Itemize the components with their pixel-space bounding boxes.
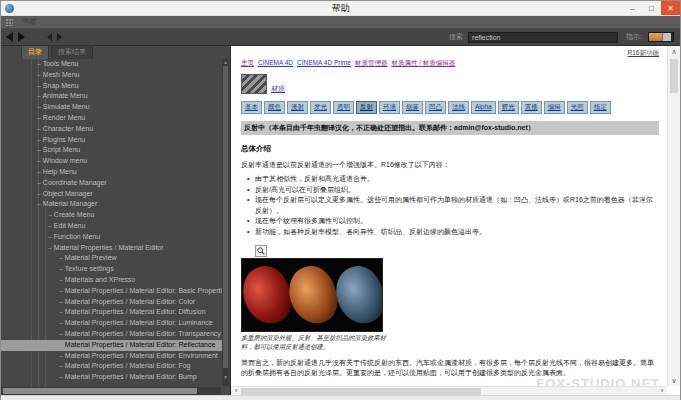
image-zoom-button[interactable] bbox=[255, 245, 267, 257]
forward-icon bbox=[18, 32, 25, 42]
tree-item[interactable]: Help Menu bbox=[1, 167, 222, 178]
tree-item[interactable]: Character Menu bbox=[1, 124, 222, 135]
channel-tab-link[interactable]: 光照 bbox=[567, 101, 588, 114]
tree-item[interactable]: Edit Menu bbox=[1, 221, 222, 232]
channel-tab-link[interactable]: 发光 bbox=[310, 101, 331, 114]
blue-car-shell bbox=[329, 260, 383, 329]
tab-contents[interactable]: 目录 bbox=[21, 45, 49, 59]
tree-item[interactable]: Material Manager bbox=[1, 199, 222, 210]
tree-item[interactable]: Simulate Menu bbox=[1, 102, 222, 113]
tree-item[interactable]: Object Manager bbox=[1, 189, 222, 200]
tree-item[interactable]: Snap Menu bbox=[1, 81, 222, 92]
material-link[interactable]: 材质 bbox=[271, 84, 285, 94]
close-button[interactable]: ✕ bbox=[661, 1, 680, 15]
search-label: 搜索: bbox=[449, 32, 465, 42]
sidebar-horizontal-scrollbar[interactable] bbox=[1, 387, 221, 395]
highlight-toggle[interactable] bbox=[648, 32, 674, 42]
tree-item[interactable]: Window menu bbox=[1, 156, 222, 167]
content-vertical-scrollbar[interactable]: ∧ ∨ bbox=[667, 46, 680, 386]
channel-tab-link[interactable]: 法线 bbox=[448, 101, 469, 114]
content-pane: FOX-STUDIO.NET R16新功能 主页CINEMA 4DCINEMA … bbox=[231, 46, 680, 395]
channel-tab-link[interactable]: 环境 bbox=[379, 101, 400, 114]
breadcrumb-link[interactable]: 主页 bbox=[241, 59, 254, 66]
scrollbar-thumb[interactable] bbox=[241, 388, 481, 395]
scroll-up-icon[interactable]: ▲ bbox=[222, 59, 229, 65]
tree-item[interactable]: Materials and XPresso bbox=[1, 275, 222, 286]
tree-item[interactable]: Material Properties / Material Editor: D… bbox=[1, 307, 222, 318]
car-paint-render-image[interactable] bbox=[241, 258, 383, 332]
channel-tab-link[interactable]: 凹凸 bbox=[425, 101, 446, 114]
scroll-down-icon[interactable]: ▼ bbox=[222, 374, 229, 380]
breadcrumb-link[interactable]: 材质属性 / 材质编辑器 bbox=[391, 59, 455, 66]
forward-button[interactable] bbox=[18, 32, 25, 42]
magnifier-icon bbox=[257, 247, 265, 255]
tree-item[interactable]: Material Properties / Material Editor: C… bbox=[1, 297, 222, 308]
tree-item[interactable]: Texture settings bbox=[1, 264, 222, 275]
channel-tab-link[interactable]: 透明 bbox=[333, 101, 354, 114]
feature-list-item: 反射/高光可以在可折叠层组织。 bbox=[241, 185, 659, 196]
channel-tab-link[interactable]: 编辑 bbox=[544, 101, 565, 114]
sidebar-vertical-scrollbar[interactable]: ▲ ▼ bbox=[222, 59, 229, 386]
back-button[interactable] bbox=[6, 32, 13, 42]
search-input[interactable] bbox=[468, 32, 618, 43]
prev-page-button[interactable] bbox=[47, 33, 52, 41]
tree-item[interactable]: Material Properties / Material Editor: R… bbox=[1, 340, 222, 351]
tree-item[interactable]: Create Menu bbox=[1, 210, 222, 221]
material-thumbnail-icon[interactable] bbox=[241, 74, 267, 94]
tree-item[interactable]: Tools Menu bbox=[1, 59, 222, 70]
window-title: 帮助 bbox=[1, 2, 680, 15]
tree-item[interactable]: Render Menu bbox=[1, 113, 222, 124]
menu-bookmarks[interactable]: 书签 bbox=[18, 17, 41, 27]
scroll-up-icon[interactable]: ∧ bbox=[668, 46, 680, 57]
channel-tab-link[interactable]: 颜色 bbox=[264, 101, 285, 114]
channel-tab-link[interactable]: 置换 bbox=[521, 101, 542, 114]
copper-car-shell bbox=[282, 260, 344, 329]
feature-list: 由于其相似性，反射和高光通道合并。反射/高光可以在可折叠层组织。现在每个反射层可… bbox=[241, 174, 659, 237]
channel-tab-link[interactable]: 漫射 bbox=[287, 101, 308, 114]
intro-paragraph: 反射率通道是以前反射通道的一个增强版本。R16修改了以下内容： bbox=[241, 160, 659, 170]
tree-item[interactable]: Material Properties / Material Editor: B… bbox=[1, 286, 222, 297]
tree-item[interactable]: Plugins Menu bbox=[1, 135, 222, 146]
home-button[interactable] bbox=[31, 32, 42, 42]
scrollbar-thumb[interactable] bbox=[670, 59, 678, 93]
tree-item[interactable]: Mesh Menu bbox=[1, 70, 222, 81]
r16-new-features-link[interactable]: R16新功能 bbox=[628, 49, 659, 56]
channel-tab-link[interactable]: 基本 bbox=[241, 101, 262, 114]
content-horizontal-scrollbar[interactable]: ‹ › bbox=[231, 386, 667, 395]
breadcrumb-link[interactable]: CINEMA 4D bbox=[258, 59, 293, 66]
feature-list-item: 由于其相似性，反射和高光通道合并。 bbox=[241, 174, 659, 185]
tab-search-results[interactable]: 搜索结果 bbox=[51, 45, 93, 59]
channel-tab-link[interactable]: Alpha bbox=[471, 101, 496, 114]
scroll-left-icon[interactable]: ‹ bbox=[231, 387, 241, 395]
next-page-button[interactable] bbox=[57, 33, 62, 41]
maximize-button[interactable]: □ bbox=[642, 1, 661, 15]
scrollbar-thumb[interactable] bbox=[223, 66, 228, 368]
tree-item[interactable]: Material Properties / Material Editor: B… bbox=[1, 372, 222, 383]
channel-tab-link[interactable]: 反射 bbox=[356, 101, 377, 114]
sidebar: 目录 搜索结果 Tools Menu Mesh Menu Snap Menu A… bbox=[1, 46, 231, 395]
scrollbar-thumb[interactable] bbox=[3, 388, 197, 394]
channel-tab-link[interactable]: 辉光 bbox=[498, 101, 519, 114]
channel-tabs: 基本颜色漫射发光透明反射环境烟雾凹凸法线Alpha辉光置换编辑光照指定 bbox=[241, 101, 659, 114]
scroll-down-icon[interactable]: ∨ bbox=[668, 375, 680, 386]
next-page-icon bbox=[57, 33, 62, 41]
menubar: 书签 bbox=[1, 16, 680, 29]
tree-item[interactable]: Coordinate Manager bbox=[1, 178, 222, 189]
breadcrumb-link[interactable]: 材质管理器 bbox=[355, 59, 388, 66]
tree-item[interactable]: Material Properties / Material Editor: E… bbox=[1, 351, 222, 362]
scroll-right-icon[interactable]: › bbox=[657, 387, 667, 395]
tree-item[interactable]: Material Properties / Material Editor: T… bbox=[1, 329, 222, 340]
breadcrumb-link[interactable]: CINEMA 4D Prime bbox=[297, 59, 351, 66]
minimize-button[interactable]: – bbox=[623, 1, 642, 15]
tree-item[interactable]: Function Menu bbox=[1, 232, 222, 243]
tree-item[interactable]: Material Properties / Material Editor bbox=[1, 243, 222, 254]
tree-item[interactable]: Material Properties / Material Editor: F… bbox=[1, 361, 222, 372]
back-icon bbox=[6, 32, 13, 42]
tree-item[interactable]: Animate Menu bbox=[1, 91, 222, 102]
tree-item[interactable]: Material Preview bbox=[1, 253, 222, 264]
tree-item[interactable]: Script Menu bbox=[1, 145, 222, 156]
prev-page-icon bbox=[47, 33, 52, 41]
channel-tab-link[interactable]: 指定 bbox=[590, 101, 611, 114]
channel-tab-link[interactable]: 烟雾 bbox=[402, 101, 423, 114]
tree-item[interactable]: Material Properties / Material Editor: L… bbox=[1, 318, 222, 329]
